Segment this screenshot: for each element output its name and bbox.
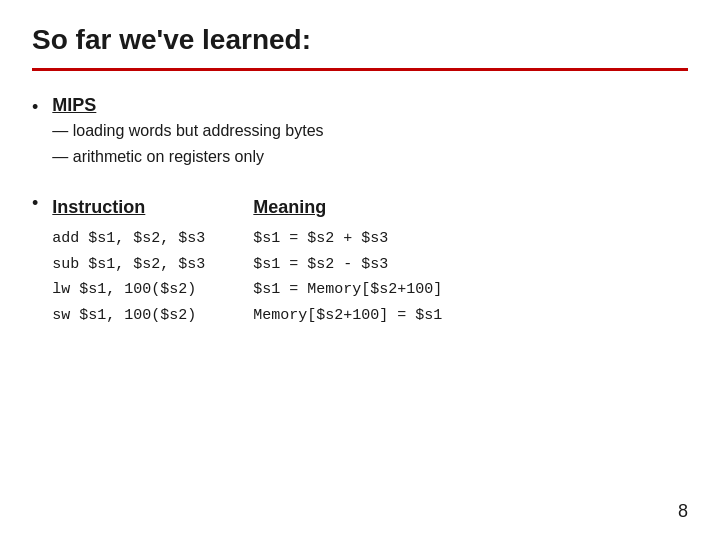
slide-container: So far we've learned: • MIPS — loading w…: [0, 0, 720, 540]
mips-content: MIPS — loading words but addressing byte…: [52, 95, 323, 169]
slide-title: So far we've learned:: [32, 24, 688, 62]
bullet-mips-section: • MIPS — loading words but addressing by…: [32, 95, 688, 169]
title-divider: [32, 68, 688, 71]
mips-sub-1: — loading words but addressing bytes: [52, 118, 323, 144]
bullet-instruction-section: • Instruction add $s1, $s2, $s3 sub $s1,…: [32, 191, 688, 328]
bullet-dot-1: •: [32, 97, 38, 118]
meaning-header: Meaning: [253, 197, 442, 218]
instruction-header: Instruction: [52, 197, 205, 218]
mips-label: MIPS: [52, 95, 323, 116]
instruction-code: add $s1, $s2, $s3 sub $s1, $s2, $s3 lw $…: [52, 226, 205, 328]
bullet-dot-2: •: [32, 193, 38, 214]
mips-sub-2: — arithmetic on registers only: [52, 144, 323, 170]
instruction-table: Instruction add $s1, $s2, $s3 sub $s1, $…: [52, 197, 442, 328]
instruction-content: Instruction add $s1, $s2, $s3 sub $s1, $…: [52, 191, 442, 328]
instruction-column: Instruction add $s1, $s2, $s3 sub $s1, $…: [52, 197, 205, 328]
meaning-column: Meaning $s1 = $s2 + $s3 $s1 = $s2 - $s3 …: [253, 197, 442, 328]
meaning-code: $s1 = $s2 + $s3 $s1 = $s2 - $s3 $s1 = Me…: [253, 226, 442, 328]
page-number: 8: [678, 501, 688, 522]
